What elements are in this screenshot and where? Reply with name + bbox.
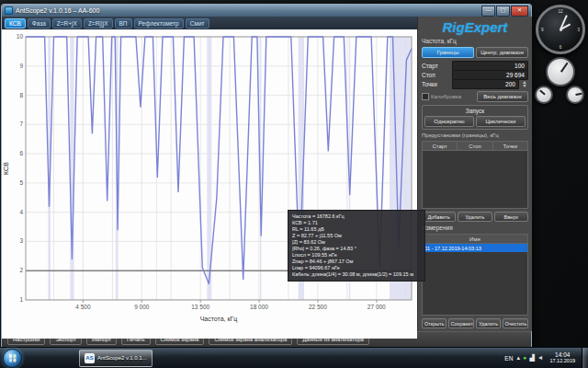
tab-smith[interactable]: Смит — [186, 18, 209, 29]
presets-buttons: ДобавитьУдалитьВверх — [422, 212, 528, 222]
window-titlebar[interactable]: AntScope2 v.1.0.16 – AA-600 — ▢ ✕ — [2, 5, 531, 17]
tooltip-line-2: RL = 11.65 дБ — [292, 226, 421, 233]
measurement-delete-button[interactable]: Удалить — [476, 318, 501, 328]
x-axis-title: Частота, кГц — [200, 316, 238, 323]
start-row: Старт100 — [422, 61, 528, 70]
measurement-save-button[interactable]: Сохранить — [448, 318, 473, 328]
y-axis-title: КСВ — [3, 162, 9, 175]
measurement-item[interactable]: 01 - 17.12.2019-14:03:13 — [423, 244, 527, 252]
tooltip-line-1: КСВ = 1.71 — [292, 220, 421, 226]
clock-center-dot — [560, 29, 562, 31]
start-button[interactable] — [3, 349, 22, 368]
taskbar-app-label: AntScope2 v.1.0.1... — [97, 355, 147, 361]
calibration-checkbox[interactable] — [422, 93, 429, 100]
spinner-up-icon — [523, 81, 526, 84]
measurements-buttons: ОткрытьСохранитьУдалитьОчистить — [422, 318, 528, 328]
presets-table: СтартСтопТочки — [422, 141, 528, 209]
taskbar-time: 14:04 — [549, 351, 575, 358]
points-label: Точки — [422, 81, 449, 87]
start-field[interactable]: 100 — [452, 61, 528, 71]
run-cyclic-button[interactable]: Циклически — [476, 116, 526, 127]
taskbar-clock[interactable]: 14:04 17.12.2019 — [547, 351, 578, 364]
run-group-title: Запуск — [424, 108, 526, 114]
measurement-clear-button[interactable]: Очистить — [503, 318, 527, 328]
presets-col-2: Точки — [493, 142, 527, 150]
svg-text:6: 6 — [19, 150, 23, 156]
svg-text:1: 1 — [19, 296, 23, 303]
clock-number-12: 12 — [558, 9, 562, 14]
measurements-list[interactable]: 01 - 17.12.2019-14:03:13 — [423, 244, 527, 315]
clock-number-3: 3 — [577, 28, 580, 32]
svg-text:27 000: 27 000 — [368, 304, 386, 310]
run-single-button[interactable]: Однократно — [424, 116, 474, 127]
tab-z-series[interactable]: Z=R+jX — [52, 18, 82, 29]
presets-body[interactable] — [423, 151, 527, 208]
tab-reflectometer[interactable]: Рефлектометр — [134, 18, 184, 29]
chart-tooltip: Частота = 16782.6 кГцКСВ = 1.71RL = 11.6… — [288, 210, 425, 282]
points-field[interactable]: 200 — [452, 79, 519, 89]
maximize-button[interactable]: ▢ — [496, 6, 510, 17]
svg-text:7: 7 — [19, 121, 23, 127]
gauge-gadget[interactable] — [535, 57, 586, 107]
stop-label: Стоп — [422, 72, 449, 78]
tooltip-line-8: Lпар = 94096.67 нГн — [292, 265, 421, 271]
close-button[interactable]: ✕ — [511, 6, 528, 17]
chart-column: КСВФазаZ=R+jXZ=R||jXВПРефлектометрСмит 1… — [2, 17, 417, 331]
minimize-button[interactable]: — — [481, 6, 495, 17]
show-desktop-button[interactable] — [582, 348, 588, 368]
taskbar-app-button[interactable]: AS AntScope2 v.1.0.1... — [79, 350, 153, 367]
antscope-window: AntScope2 v.1.0.16 – AA-600 — ▢ ✕ КСВФаз… — [1, 4, 532, 348]
chart-zone: 123456789104 5009 00013 50018 00022 5002… — [2, 29, 417, 339]
preset-up-button[interactable]: Вверх — [494, 212, 528, 222]
points-spinner[interactable] — [522, 81, 528, 87]
tab-swr[interactable]: КСВ — [5, 18, 26, 29]
preset-add-button[interactable]: Добавить — [422, 212, 456, 222]
measurements-header: Имя — [423, 235, 527, 243]
clock-number-9: 9 — [541, 28, 544, 32]
svg-text:9 000: 9 000 — [134, 304, 150, 310]
calibration-row: Калибровка Весь диапазон — [422, 91, 528, 102]
tooltip-line-6: Lпосл = 109.55 нГн — [292, 252, 421, 259]
tooltip-line-3: Z = 82.77 + j11.55 Ом — [292, 233, 421, 239]
measurement-open-button[interactable]: Открыть — [422, 318, 447, 328]
hidden-icons-icon[interactable]: ▴ — [516, 354, 520, 362]
gauge-needle — [539, 90, 545, 95]
antivirus-icon[interactable]: ● — [523, 354, 526, 362]
desktop: AntScope2 v.1.0.16 – AA-600 — ▢ ✕ КСВФаз… — [0, 0, 588, 368]
system-tray: EN ▴●▟◄ 14:04 17.12.2019 — [504, 348, 588, 368]
center-span-mode-button[interactable]: Центр, диапазон — [476, 47, 528, 58]
svg-text:4: 4 — [19, 209, 23, 215]
svg-text:2: 2 — [19, 267, 23, 273]
stop-field[interactable]: 29 694 — [452, 70, 528, 80]
swr-chart[interactable]: 123456789104 5009 00013 50018 00022 5002… — [2, 29, 417, 335]
preset-delete-button[interactable]: Удалить — [458, 212, 492, 222]
svg-text:10: 10 — [17, 33, 24, 40]
run-buttons: ОднократноЦиклически — [424, 116, 526, 127]
clock-number-6: 6 — [560, 45, 562, 50]
volume-icon[interactable]: ◄ — [537, 354, 544, 362]
tooltip-line-4: |Z| = 83.62 Ом — [292, 239, 421, 246]
full-range-button[interactable]: Весь диапазон — [477, 91, 528, 102]
tab-z-parallel[interactable]: Z=R||jX — [84, 18, 113, 29]
mode-buttons: ГраницыЦентр, диапазон — [422, 47, 528, 58]
svg-text:9: 9 — [19, 63, 23, 69]
svg-text:5: 5 — [19, 179, 23, 186]
tab-phase[interactable]: Фаза — [28, 18, 51, 29]
spinner-down-icon — [523, 85, 526, 87]
measurements-table: Имя 01 - 17.12.2019-14:03:13 — [422, 234, 528, 316]
tooltip-line-5: |Rho| = 0.26, фаза = 14.83 ° — [292, 246, 421, 252]
app-icon — [5, 6, 13, 15]
window-title: AntScope2 v.1.0.16 – AA-600 — [16, 7, 99, 14]
tooltip-line-0: Частота = 16782.6 кГц — [292, 213, 421, 220]
points-row: Точки200 — [422, 79, 528, 88]
language-indicator[interactable]: EN — [504, 355, 513, 362]
calibration-label: Калибровка — [431, 94, 475, 99]
measurements-label: Измерения — [422, 224, 528, 231]
clock-gadget[interactable]: 12 3 6 9 — [536, 5, 585, 54]
network-icon[interactable]: ▟ — [529, 354, 534, 362]
tab-rl[interactable]: ВП — [115, 18, 132, 29]
bounds-mode-button[interactable]: Границы — [422, 47, 474, 58]
presets-label: Предустановки (границы), кГц — [422, 132, 528, 138]
run-group: Запуск ОднократноЦиклически — [422, 105, 528, 130]
window-content: КСВФазаZ=R+jXZ=R||jXВПРефлектометрСмит 1… — [2, 17, 531, 331]
